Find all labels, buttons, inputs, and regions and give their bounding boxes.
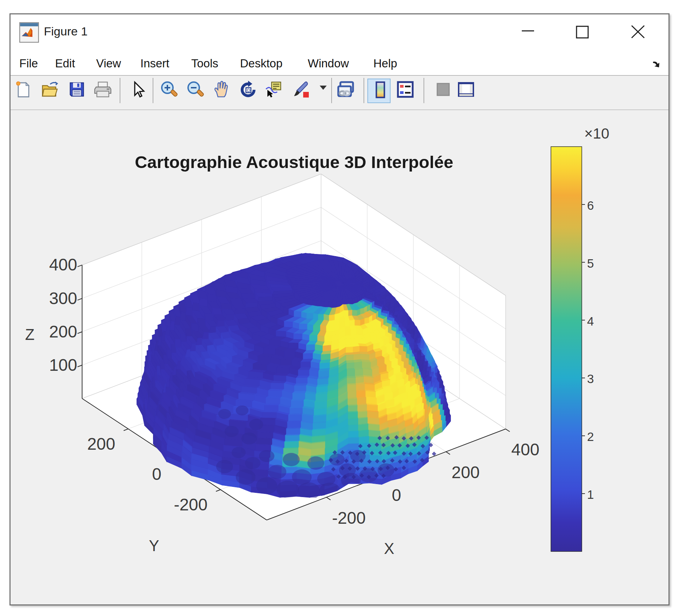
svg-text:0: 0 (392, 486, 401, 504)
svg-text:400: 400 (49, 255, 77, 274)
svg-text:400: 400 (511, 440, 539, 459)
svg-text:Z: Z (25, 326, 35, 343)
svg-text:-200: -200 (332, 509, 366, 527)
svg-text:Cartographie Acoustique 3D Int: Cartographie Acoustique 3D Interpolée (135, 153, 453, 172)
svg-text:X: X (384, 540, 394, 557)
svg-text:200: 200 (87, 435, 115, 453)
svg-text:Y: Y (149, 537, 159, 554)
svg-text:5: 5 (587, 256, 594, 270)
svg-text:3: 3 (587, 372, 594, 386)
svg-text:200: 200 (49, 322, 77, 341)
svg-text:4: 4 (587, 314, 594, 328)
svg-text:-200: -200 (174, 495, 207, 514)
svg-text:300: 300 (49, 289, 77, 308)
svg-text:6: 6 (587, 199, 594, 212)
svg-text:2: 2 (587, 430, 594, 443)
svg-text:100: 100 (49, 356, 77, 374)
svg-text:1: 1 (587, 488, 594, 501)
svg-text:0: 0 (152, 465, 161, 483)
svg-text:200: 200 (452, 463, 480, 482)
svg-text:×10: ×10 (584, 125, 609, 142)
